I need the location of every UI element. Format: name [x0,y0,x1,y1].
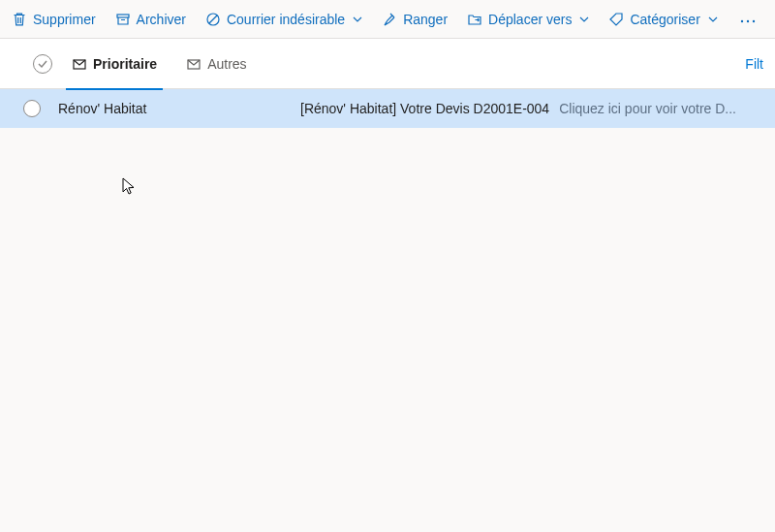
move-button[interactable]: Déplacer vers [461,8,595,31]
tab-focused[interactable]: Prioritaire [68,50,161,78]
inbox-other-icon [186,56,202,72]
broom-icon [382,12,397,27]
chevron-down-icon [579,15,589,24]
more-actions-button[interactable] [731,8,764,31]
select-all-toggle[interactable] [33,54,52,74]
tag-icon [608,12,624,27]
archive-icon [115,12,131,27]
filter-link[interactable]: Filt [745,56,763,72]
message-checkbox[interactable] [23,100,41,117]
delete-button[interactable]: Supprimer [6,8,102,31]
svg-point-2 [741,19,743,21]
tab-focused-label: Prioritaire [93,56,157,72]
delete-label: Supprimer [33,12,96,27]
message-subject: [Rénov' Habitat] Votre Devis D2001E-004 [300,101,549,116]
block-icon [205,12,221,27]
ellipsis-icon [739,18,757,24]
command-toolbar: Supprimer Archiver Courrier indésirable … [0,0,775,39]
filter-label: Filt [745,56,763,72]
move-label: Déplacer vers [488,12,572,27]
junk-label: Courrier indésirable [227,12,345,27]
folder-move-icon [467,12,482,27]
svg-point-3 [747,19,749,21]
sweep-label: Ranger [403,12,448,27]
categorize-label: Catégoriser [630,12,699,27]
inbox-tabs-row: Prioritaire Autres Filt [0,39,775,89]
inbox-focused-icon [72,56,87,72]
message-preview: Cliquez ici pour voir votre D... [559,101,763,116]
message-row[interactable]: Rénov' Habitat [Rénov' Habitat] Votre De… [0,89,775,128]
archive-label: Archiver [137,12,186,27]
check-icon [37,58,48,70]
message-list: Rénov' Habitat [Rénov' Habitat] Votre De… [0,89,775,128]
tab-other-label: Autres [207,56,246,72]
tab-other[interactable]: Autres [182,50,250,78]
message-sender: Rénov' Habitat [58,101,300,116]
archive-button[interactable]: Archiver [109,8,192,31]
junk-button[interactable]: Courrier indésirable [200,8,368,31]
svg-point-4 [753,19,755,21]
sweep-button[interactable]: Ranger [376,8,453,31]
trash-icon [12,12,27,27]
svg-rect-0 [117,15,129,17]
cursor-pointer-icon [122,177,138,197]
chevron-down-icon [353,15,362,24]
categorize-button[interactable]: Catégoriser [603,8,723,31]
chevron-down-icon [708,15,718,24]
